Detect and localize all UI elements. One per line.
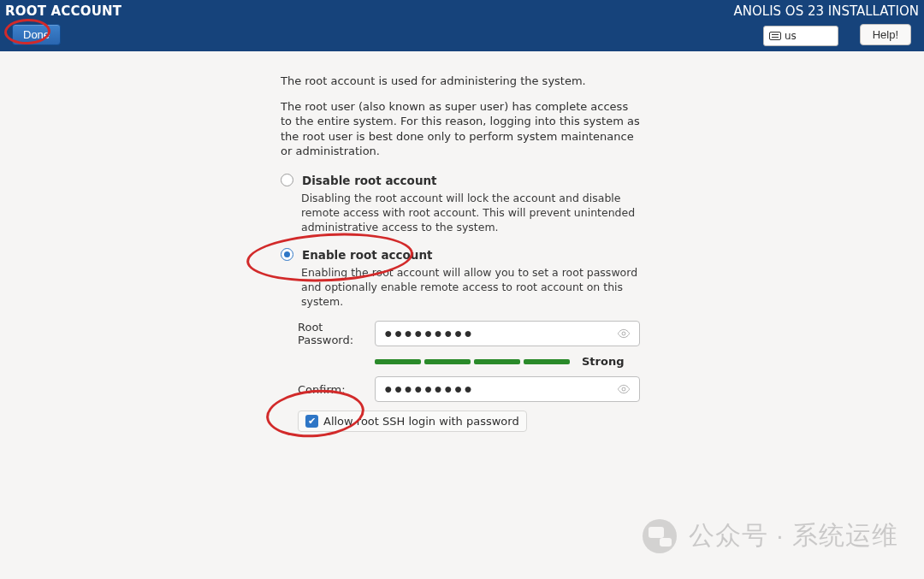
distro-label: ANOLIS OS 23 INSTALLATION bbox=[733, 3, 919, 19]
watermark: 公众号 · 系统运维 bbox=[643, 518, 898, 553]
meter-segment bbox=[524, 359, 570, 364]
root-password-row: Root Password: bbox=[298, 321, 640, 346]
intro-line-1: The root account is used for administeri… bbox=[281, 74, 640, 89]
keyboard-layout-text: us bbox=[785, 30, 797, 42]
radio-icon-selected bbox=[281, 248, 293, 261]
password-strength-label: Strong bbox=[582, 355, 624, 368]
help-button[interactable]: Help! bbox=[860, 24, 911, 45]
done-button[interactable]: Done bbox=[12, 24, 61, 45]
confirm-password-label: Confirm: bbox=[298, 383, 375, 396]
watermark-text: 公众号 · 系统运维 bbox=[689, 518, 898, 553]
root-password-label: Root Password: bbox=[298, 321, 375, 346]
meter-segment bbox=[424, 359, 471, 364]
root-password-input[interactable] bbox=[375, 321, 640, 346]
show-confirm-icon[interactable] bbox=[616, 381, 631, 397]
allow-root-ssh-label: Allow root SSH login with password bbox=[323, 415, 519, 428]
password-strength-meter bbox=[375, 359, 570, 364]
keyboard-icon bbox=[769, 32, 781, 40]
svg-point-1 bbox=[622, 387, 625, 391]
radio-enable-root[interactable]: Enable root account bbox=[281, 247, 640, 263]
radio-disable-root[interactable]: Disable root account bbox=[281, 173, 640, 188]
installer-header: ROOT ACCOUNT Done ANOLIS OS 23 INSTALLAT… bbox=[0, 0, 924, 51]
confirm-password-row: Confirm: bbox=[298, 376, 640, 402]
radio-enable-desc: Enabling the root account will allow you… bbox=[301, 266, 642, 310]
checkbox-checked-icon: ✔ bbox=[305, 415, 318, 428]
show-password-icon[interactable] bbox=[616, 326, 631, 341]
page-title: ROOT ACCOUNT bbox=[5, 3, 121, 19]
meter-segment bbox=[474, 359, 520, 364]
enable-block: Enable root account bbox=[281, 247, 640, 263]
password-strength-row: Strong bbox=[375, 355, 640, 368]
radio-icon bbox=[281, 174, 293, 186]
keyboard-layout-indicator[interactable]: us bbox=[763, 26, 838, 46]
radio-disable-desc: Disabling the root account will lock the… bbox=[301, 192, 642, 235]
intro-line-2: The root user (also known as super user)… bbox=[281, 99, 640, 159]
wechat-icon bbox=[643, 519, 677, 553]
intro-column: The root account is used for administeri… bbox=[281, 74, 640, 309]
password-form: Root Password: Strong Confirm: bbox=[298, 321, 640, 432]
svg-point-0 bbox=[622, 332, 625, 335]
confirm-password-input[interactable] bbox=[375, 376, 640, 402]
radio-enable-label: Enable root account bbox=[302, 247, 433, 263]
content-area: The root account is used for administeri… bbox=[0, 51, 924, 579]
allow-root-ssh-checkbox[interactable]: ✔ Allow root SSH login with password bbox=[298, 411, 527, 432]
radio-disable-label: Disable root account bbox=[302, 173, 437, 188]
meter-segment bbox=[375, 359, 421, 364]
